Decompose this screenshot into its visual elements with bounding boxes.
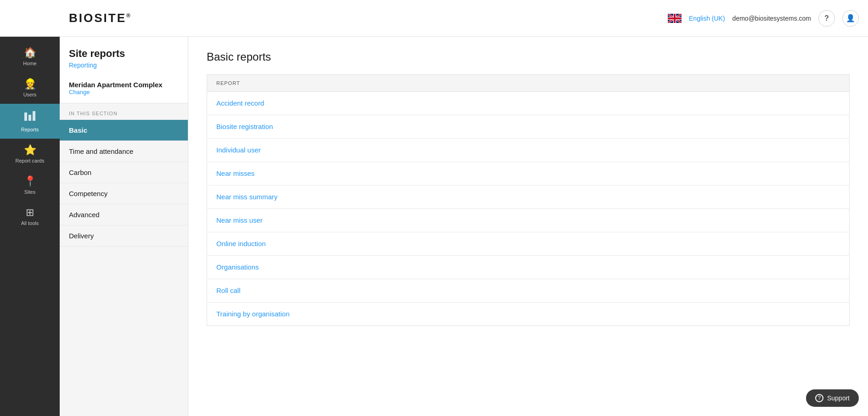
sidebar-item-reports[interactable]: Reports — [0, 104, 60, 139]
report-cell: Near miss summary — [207, 186, 850, 209]
sidebar-item-report-cards-label: Report cards — [16, 158, 45, 163]
report-cell: Individual user — [207, 139, 850, 162]
user-icon: 👤 — [846, 14, 855, 22]
table-row: Accident record — [207, 92, 850, 115]
support-circle-icon: ? — [815, 394, 823, 402]
report-link-near-miss-summary[interactable]: Near miss summary — [216, 193, 277, 201]
sidebar-item-reports-label: Reports — [21, 127, 39, 132]
table-row: Training by organisation — [207, 303, 850, 326]
table-row: Near miss user — [207, 209, 850, 232]
language-label[interactable]: English (UK) — [689, 15, 725, 22]
sidebar-item-sites[interactable]: 📍 Sites — [0, 170, 60, 201]
all-tools-icon: ⊞ — [26, 208, 34, 218]
sidebar-item-sites-label: Sites — [24, 189, 35, 195]
nav-item-carbon[interactable]: Carbon — [60, 162, 188, 183]
uk-flag-icon — [668, 14, 682, 23]
report-link-roll-call[interactable]: Roll call — [216, 287, 241, 294]
secondary-sidebar: Site reports Reporting Meridan Apartment… — [60, 37, 188, 416]
report-cell: Accident record — [207, 92, 850, 115]
site-name-section: Meridan Apartment Complex Change — [60, 73, 188, 103]
nav-item-advanced[interactable]: Advanced — [60, 204, 188, 225]
report-cell: Near misses — [207, 162, 850, 186]
report-link-training-by-organisation[interactable]: Training by organisation — [216, 310, 290, 318]
svg-rect-2 — [28, 115, 31, 121]
support-button[interactable]: ? Support — [806, 389, 859, 407]
sidebar: 🏠 Home 👷 Users Reports ⭐ Report cards 📍 … — [0, 37, 60, 416]
sidebar-item-all-tools-label: All tools — [21, 220, 39, 226]
table-row: Near miss summary — [207, 186, 850, 209]
sidebar-item-report-cards[interactable]: ⭐ Report cards — [0, 139, 60, 170]
report-link-accident-record[interactable]: Accident record — [216, 99, 264, 107]
svg-rect-1 — [24, 112, 27, 121]
header: BIOSITE® English (UK) demo@biositesystem… — [0, 0, 868, 37]
sidebar-item-users[interactable]: 👷 Users — [0, 73, 60, 104]
site-name: Meridan Apartment Complex — [69, 81, 179, 89]
report-cell: Organisations — [207, 256, 850, 279]
reports-table: REPORT Accident recordBiosite registrati… — [207, 74, 850, 326]
nav-item-competency[interactable]: Competency — [60, 183, 188, 204]
report-cell: Roll call — [207, 279, 850, 303]
report-cell: Training by organisation — [207, 303, 850, 326]
table-column-header: REPORT — [207, 75, 850, 92]
report-link-biosite-registration[interactable]: Biosite registration — [216, 123, 273, 130]
nav-item-time-attendance[interactable]: Time and attendance — [60, 141, 188, 162]
nav-item-basic[interactable]: Basic — [60, 120, 188, 141]
user-button[interactable]: 👤 — [842, 10, 859, 27]
main-layout: 🏠 Home 👷 Users Reports ⭐ Report cards 📍 … — [0, 37, 868, 416]
table-row: Near misses — [207, 162, 850, 186]
svg-rect-3 — [33, 111, 35, 121]
reports-icon — [24, 110, 36, 124]
report-link-online-induction[interactable]: Online induction — [216, 240, 266, 247]
table-row: Individual user — [207, 139, 850, 162]
report-cell: Online induction — [207, 232, 850, 256]
sidebar-item-users-label: Users — [23, 92, 37, 97]
help-button[interactable]: ? — [818, 10, 835, 27]
secondary-sidebar-title: Site reports — [69, 48, 179, 60]
report-link-individual-user[interactable]: Individual user — [216, 146, 261, 154]
report-link-organisations[interactable]: Organisations — [216, 263, 259, 271]
support-label: Support — [827, 394, 850, 402]
in-this-section-label: IN THIS SECTION — [60, 103, 188, 120]
logo: BIOSITE® — [69, 11, 132, 25]
sidebar-item-home-label: Home — [23, 61, 36, 66]
sidebar-item-home[interactable]: 🏠 Home — [0, 41, 60, 73]
main-content: Basic reports REPORT Accident recordBios… — [188, 37, 868, 416]
report-link-near-miss-user[interactable]: Near miss user — [216, 216, 263, 224]
header-right: English (UK) demo@biositesystems.com ? 👤 — [668, 10, 859, 27]
email-label: demo@biositesystems.com — [733, 15, 811, 22]
change-site-link[interactable]: Change — [69, 89, 179, 96]
table-row: Online induction — [207, 232, 850, 256]
secondary-sidebar-header: Site reports Reporting — [60, 37, 188, 73]
users-icon: 👷 — [24, 79, 36, 89]
table-row: Roll call — [207, 279, 850, 303]
sites-icon: 📍 — [24, 176, 36, 186]
table-row: Biosite registration — [207, 115, 850, 139]
report-cards-icon: ⭐ — [24, 145, 36, 155]
page-title: Basic reports — [207, 51, 850, 63]
nav-item-delivery[interactable]: Delivery — [60, 225, 188, 247]
home-icon: 🏠 — [24, 48, 36, 58]
sidebar-item-all-tools[interactable]: ⊞ All tools — [0, 201, 60, 232]
reporting-link[interactable]: Reporting — [69, 62, 179, 69]
report-cell: Near miss user — [207, 209, 850, 232]
report-link-near-misses[interactable]: Near misses — [216, 169, 254, 177]
table-row: Organisations — [207, 256, 850, 279]
report-cell: Biosite registration — [207, 115, 850, 139]
